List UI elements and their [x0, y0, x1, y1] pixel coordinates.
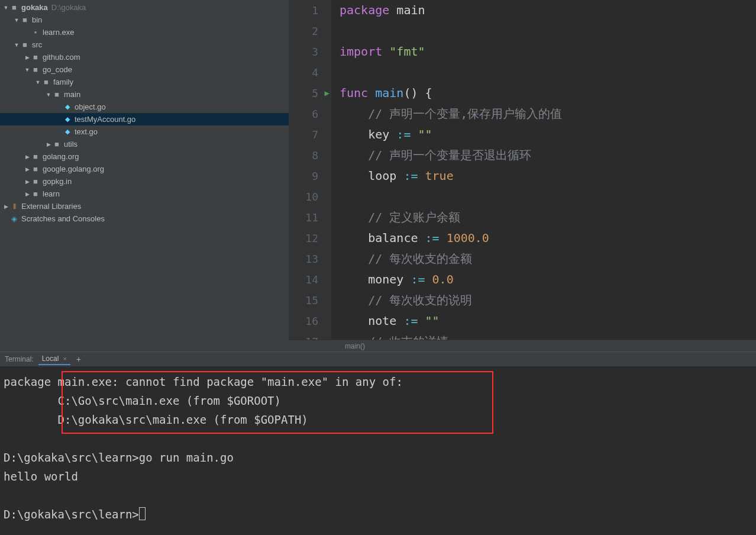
chevron-right-icon: ▶ — [24, 179, 31, 185]
folder-icon: ■ — [31, 65, 40, 74]
terminal-tabs: Terminal: Local × + — [0, 352, 756, 366]
go-icon: ◆ — [63, 115, 72, 123]
folder-icon: ■ — [31, 152, 40, 161]
tree-item-label: learn.exe — [43, 28, 74, 37]
tree-root[interactable]: ▼ ■ gokaka D:\gokaka — [0, 1, 289, 14]
folder-icon: ■ — [31, 177, 40, 186]
close-icon[interactable]: × — [61, 355, 66, 362]
tree-item-label: learn — [43, 189, 60, 198]
chevron-down-icon: ▼ — [13, 17, 20, 23]
tree-item-src[interactable]: ▼■src — [0, 38, 289, 51]
folder-icon: ■ — [52, 140, 62, 149]
tree-item-label: object.go — [75, 102, 106, 111]
tree-item-label: bin — [32, 15, 42, 24]
tree-item-go_code[interactable]: ▼■go_code — [0, 63, 289, 76]
chevron-down-icon: ▼ — [24, 67, 31, 73]
run-gutter-icon[interactable]: ▶ — [325, 83, 329, 104]
terminal-tab-local[interactable]: Local × — [38, 353, 70, 365]
tree-item-golang-org[interactable]: ▶■golang.org — [0, 150, 289, 163]
tree-item-label: family — [53, 78, 73, 86]
code-area[interactable]: package main import "fmt" func main() { … — [331, 0, 756, 340]
go-icon: ◆ — [63, 128, 72, 136]
tree-item-label: src — [32, 40, 42, 49]
tree-item-label: text.go — [75, 127, 98, 136]
chevron-down-icon: ▼ — [34, 79, 41, 85]
folder-icon: ■ — [20, 15, 30, 24]
tree-item-learn[interactable]: ▶■learn — [0, 188, 289, 200]
exe-icon: ▪ — [31, 28, 40, 37]
tree-item-text-go[interactable]: ◆text.go — [0, 125, 289, 138]
scratches-consoles[interactable]: ◈ Scratches and Consoles — [0, 212, 289, 225]
project-tree: ▼ ■ gokaka D:\gokaka ▼■bin▪learn.exe▼■sr… — [0, 0, 289, 352]
terminal-cursor — [139, 507, 146, 520]
scratches-icon: ◈ — [9, 214, 19, 223]
tree-item-object-go[interactable]: ◆object.go — [0, 101, 289, 113]
add-terminal-button[interactable]: + — [76, 354, 81, 364]
tree-item-label: golang.org — [43, 152, 79, 161]
chevron-down-icon: ▼ — [2, 5, 9, 11]
tree-item-label: utils — [64, 140, 77, 149]
chevron-right-icon: ▶ — [45, 141, 52, 147]
chevron-down-icon: ▼ — [13, 42, 20, 48]
chevron-right-icon: ▶ — [24, 154, 31, 160]
tree-item-utils[interactable]: ▶■utils — [0, 138, 289, 150]
tree-item-label: gopkg.in — [43, 177, 72, 186]
tree-item-label: go_code — [43, 65, 72, 74]
code-editor: 1 2 3 4 5▶ 6 7 8 9 10 11 12 13 14 15 16 … — [289, 0, 756, 352]
breadcrumb[interactable]: main() — [289, 340, 756, 352]
tree-item-gopkg-in[interactable]: ▶■gopkg.in — [0, 175, 289, 188]
folder-icon: ■ — [41, 78, 51, 86]
folder-icon: ■ — [9, 3, 19, 12]
terminal-label: Terminal: — [0, 355, 38, 363]
chevron-right-icon: ▶ — [24, 191, 31, 197]
go-icon: ◆ — [63, 103, 72, 111]
chevron-right-icon: ▶ — [24, 166, 31, 172]
tree-item-family[interactable]: ▼■family — [0, 76, 289, 88]
tree-item-label: google.golang.org — [43, 165, 104, 173]
tree-item-testMyAccount-go[interactable]: ◆testMyAccount.go — [0, 113, 289, 125]
tree-item-label: github.com — [43, 53, 80, 62]
tree-root-label: gokaka — [21, 3, 48, 12]
tree-item-main[interactable]: ▼■main — [0, 88, 289, 101]
tree-item-label: main — [64, 90, 80, 99]
folder-icon: ■ — [31, 165, 40, 173]
libraries-icon: ⦀ — [9, 202, 19, 211]
chevron-right-icon: ▶ — [2, 204, 9, 210]
tree-item-google-golang-org[interactable]: ▶■google.golang.org — [0, 163, 289, 175]
tree-item-learn-exe[interactable]: ▪learn.exe — [0, 26, 289, 38]
terminal-output[interactable]: package main.exe: cannot find package "m… — [0, 366, 756, 535]
external-libraries[interactable]: ▶ ⦀ External Libraries — [0, 200, 289, 212]
chevron-right-icon: ▶ — [24, 54, 31, 60]
external-libraries-label: External Libraries — [21, 202, 81, 211]
chevron-down-icon: ▼ — [45, 92, 52, 98]
line-gutter: 1 2 3 4 5▶ 6 7 8 9 10 11 12 13 14 15 16 … — [289, 0, 331, 340]
tree-item-github-com[interactable]: ▶■github.com — [0, 51, 289, 63]
terminal-panel: Terminal: Local × + package main.exe: ca… — [0, 352, 756, 535]
folder-icon: ■ — [52, 90, 62, 99]
folder-icon: ■ — [31, 189, 40, 198]
folder-icon: ■ — [20, 40, 30, 49]
scratches-label: Scratches and Consoles — [21, 214, 105, 223]
tree-item-label: testMyAccount.go — [75, 115, 135, 124]
tree-root-path: D:\gokaka — [51, 3, 86, 12]
folder-icon: ■ — [31, 53, 40, 62]
tree-item-bin[interactable]: ▼■bin — [0, 14, 289, 26]
